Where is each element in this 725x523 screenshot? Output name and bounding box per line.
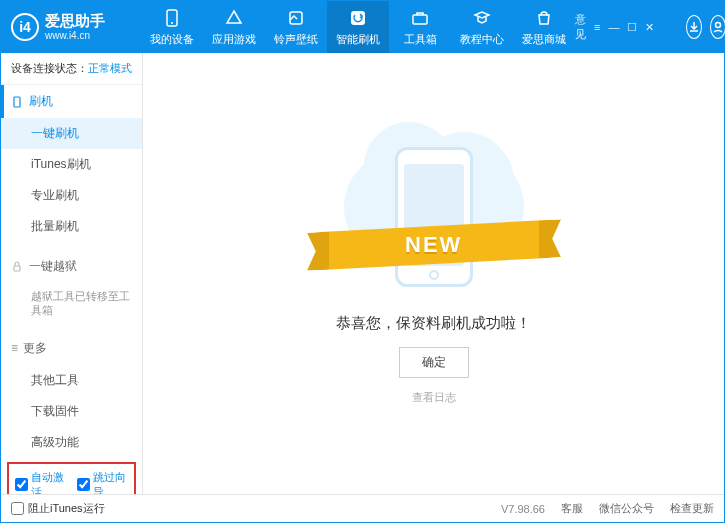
statusbar: 阻止iTunes运行 V7.98.66 客服 微信公众号 检查更新 (1, 494, 724, 522)
nav-label: 工具箱 (404, 32, 437, 47)
nav-store[interactable]: 爱思商城 (513, 1, 575, 53)
nav-label: 我的设备 (150, 32, 194, 47)
checkbox-label: 阻止iTunes运行 (28, 501, 105, 516)
success-illustration: NEW (329, 142, 539, 292)
feedback-button[interactable]: 意见 (575, 12, 586, 42)
ribbon-text: NEW (405, 232, 462, 258)
checkbox-auto-activate[interactable]: 自动激活 (15, 470, 67, 494)
svg-rect-6 (14, 97, 20, 107)
minimize-icon[interactable]: — (608, 21, 619, 33)
sidebar-group-more[interactable]: ≡ 更多 (1, 332, 142, 365)
check-update-link[interactable]: 检查更新 (670, 501, 714, 516)
menu-icon[interactable]: ≡ (594, 21, 600, 33)
success-message: 恭喜您，保资料刷机成功啦！ (336, 314, 531, 333)
main-content: NEW 恭喜您，保资料刷机成功啦！ 确定 查看日志 (143, 53, 724, 494)
apps-icon (224, 8, 244, 28)
nav-label: 教程中心 (460, 32, 504, 47)
group-label: 更多 (23, 340, 47, 357)
flash-icon (348, 8, 368, 28)
account-button[interactable] (710, 15, 725, 39)
checkbox-input[interactable] (77, 478, 90, 491)
sidebar-item-download-firmware[interactable]: 下载固件 (1, 396, 142, 427)
nav-label: 铃声壁纸 (274, 32, 318, 47)
body: 设备连接状态：正常模式 刷机 一键刷机 iTunes刷机 专业刷机 批量刷机 一… (1, 53, 724, 494)
checkbox-input[interactable] (11, 502, 24, 515)
checkbox-input[interactable] (15, 478, 28, 491)
logo: i4 爱思助手 www.i4.cn (11, 13, 141, 41)
status-label: 设备连接状态： (11, 62, 88, 74)
group-label: 一键越狱 (29, 258, 77, 275)
checkbox-label: 自动激活 (31, 470, 67, 494)
customer-service-link[interactable]: 客服 (561, 501, 583, 516)
sidebar: 设备连接状态：正常模式 刷机 一键刷机 iTunes刷机 专业刷机 批量刷机 一… (1, 53, 143, 494)
logo-icon: i4 (11, 13, 39, 41)
sidebar-item-batch-flash[interactable]: 批量刷机 (1, 211, 142, 242)
app-window: i4 爱思助手 www.i4.cn 我的设备 应用游戏 铃声壁纸 智能刷机 (0, 0, 725, 523)
nav-my-device[interactable]: 我的设备 (141, 1, 203, 53)
svg-point-5 (716, 23, 721, 28)
sidebar-item-itunes-flash[interactable]: iTunes刷机 (1, 149, 142, 180)
checkbox-block-itunes[interactable]: 阻止iTunes运行 (11, 501, 105, 516)
nav-apps-games[interactable]: 应用游戏 (203, 1, 265, 53)
wechat-link[interactable]: 微信公众号 (599, 501, 654, 516)
sidebar-group-jailbreak[interactable]: 一键越狱 (1, 250, 142, 283)
maximize-icon[interactable]: ☐ (627, 21, 637, 34)
more-icon: ≡ (11, 341, 17, 355)
device-icon (162, 8, 182, 28)
svg-rect-4 (413, 15, 427, 24)
nav-label: 爱思商城 (522, 32, 566, 47)
view-log-link[interactable]: 查看日志 (412, 390, 456, 405)
app-url: www.i4.cn (45, 30, 105, 41)
store-icon (534, 8, 554, 28)
connection-status: 设备连接状态：正常模式 (1, 53, 142, 85)
svg-rect-3 (351, 11, 365, 25)
svg-point-1 (171, 22, 173, 24)
sidebar-item-one-click-flash[interactable]: 一键刷机 (1, 118, 142, 149)
tutorial-icon (472, 8, 492, 28)
main-nav: 我的设备 应用游戏 铃声壁纸 智能刷机 工具箱 教程中心 (141, 1, 575, 53)
sidebar-item-advanced[interactable]: 高级功能 (1, 427, 142, 458)
titlebar: i4 爱思助手 www.i4.cn 我的设备 应用游戏 铃声壁纸 智能刷机 (1, 1, 724, 53)
sidebar-item-pro-flash[interactable]: 专业刷机 (1, 180, 142, 211)
group-label: 刷机 (29, 93, 53, 110)
nav-ringtone-wallpaper[interactable]: 铃声壁纸 (265, 1, 327, 53)
toolbox-icon (410, 8, 430, 28)
checkbox-skip-guide[interactable]: 跳过向导 (77, 470, 129, 494)
phone-icon (11, 96, 23, 108)
svg-rect-7 (14, 266, 20, 271)
version-label: V7.98.66 (501, 503, 545, 515)
jailbreak-note: 越狱工具已转移至工具箱 (1, 283, 142, 324)
nav-label: 智能刷机 (336, 32, 380, 47)
sidebar-group-flash[interactable]: 刷机 (1, 85, 142, 118)
nav-tutorials[interactable]: 教程中心 (451, 1, 513, 53)
highlight-box: 自动激活 跳过向导 (7, 462, 136, 494)
nav-smart-flash[interactable]: 智能刷机 (327, 1, 389, 53)
status-value: 正常模式 (88, 62, 132, 74)
nav-toolbox[interactable]: 工具箱 (389, 1, 451, 53)
download-button[interactable] (686, 15, 702, 39)
ringtone-icon (286, 8, 306, 28)
sidebar-item-other-tools[interactable]: 其他工具 (1, 365, 142, 396)
checkbox-label: 跳过向导 (93, 470, 129, 494)
window-controls: 意见 ≡ — ☐ ✕ (575, 12, 725, 42)
app-title: 爱思助手 (45, 13, 105, 30)
lock-icon (11, 261, 23, 273)
close-icon[interactable]: ✕ (645, 21, 654, 34)
nav-label: 应用游戏 (212, 32, 256, 47)
ok-button[interactable]: 确定 (399, 347, 469, 378)
